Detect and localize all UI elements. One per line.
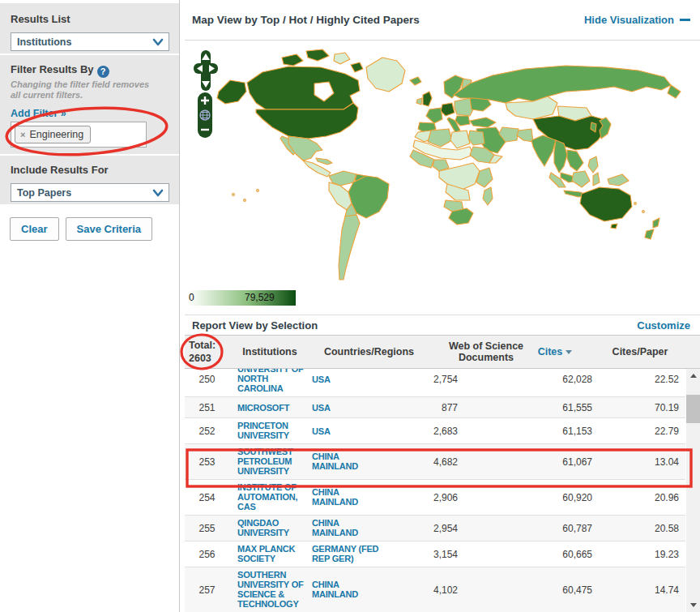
include-results-heading: Include Results For bbox=[11, 164, 169, 176]
table-row[interactable]: 256 MAX PLANCK SOCIETY GERMANY (FED REP … bbox=[185, 541, 685, 567]
country-link[interactable]: GERMANY (FED REP GER) bbox=[312, 544, 386, 563]
rank-cell: 253 bbox=[185, 456, 229, 468]
table-row[interactable]: 254 INSTITUTE OF AUTOMATION, CAS CHINA M… bbox=[185, 480, 685, 516]
results-list-value: Institutions bbox=[17, 36, 71, 48]
country-link[interactable]: CHINA MAINLAND bbox=[312, 452, 386, 471]
table-row[interactable]: 257 SOUTHERN UNIVERSITY OF SCIENCE & TEC… bbox=[185, 567, 685, 612]
remove-filter-icon[interactable]: × bbox=[20, 131, 25, 139]
filter-results-heading: Filter Results By bbox=[11, 63, 94, 75]
results-list-dropdown[interactable]: Institutions bbox=[11, 32, 169, 51]
column-header-documents[interactable]: Web of Science Documents bbox=[438, 336, 535, 368]
cites-cell: 60,475 bbox=[470, 584, 600, 596]
column-header-countries[interactable]: Countries/Regions bbox=[314, 336, 424, 368]
filter-tag-label: Engineering bbox=[29, 129, 83, 140]
column-header-institutions[interactable]: Institutions bbox=[229, 336, 310, 368]
rank-cell: 250 bbox=[185, 374, 229, 385]
save-criteria-button[interactable]: Save Criteria bbox=[66, 217, 153, 241]
web-of-science-documents-cell: 2,954 bbox=[387, 523, 470, 534]
world-map[interactable] bbox=[185, 45, 700, 288]
results-list-section: Results List Institutions bbox=[0, 3, 179, 55]
country-shapes bbox=[217, 49, 681, 280]
map-view-title: Map View by Top / Hot / Highly Cited Pap… bbox=[192, 14, 420, 26]
include-results-value: Top Papers bbox=[17, 187, 71, 199]
column-header-cites-per-paper[interactable]: Cites/Paper bbox=[600, 336, 681, 368]
institution-link[interactable]: MAX PLANCK SOCIETY bbox=[237, 544, 306, 563]
table-row[interactable]: 250 UNIVERSITY OF NORTH CAROLINA USA 2,7… bbox=[185, 369, 685, 397]
total-value: 2603 bbox=[189, 352, 216, 365]
chevron-down-icon bbox=[152, 187, 164, 202]
map-zoom-control[interactable] bbox=[198, 92, 212, 138]
scroll-down-icon bbox=[690, 603, 697, 607]
map-view-header: Map View by Top / Hot / Highly Cited Pap… bbox=[185, 0, 700, 41]
web-of-science-documents-cell: 877 bbox=[387, 402, 470, 413]
esi-results-page: Results List Institutions Filter Results… bbox=[0, 0, 700, 612]
institution-link[interactable]: PRINCETON UNIVERSITY bbox=[237, 421, 306, 440]
include-results-dropdown[interactable]: Top Papers bbox=[11, 183, 169, 202]
rank-cell: 252 bbox=[185, 426, 229, 437]
table-scrollbar[interactable] bbox=[686, 369, 700, 612]
include-results-section: Include Results For Top Papers bbox=[0, 156, 179, 206]
hide-visualization-label: Hide Visualization bbox=[584, 14, 674, 26]
cites-cell: 62,028 bbox=[470, 374, 600, 385]
country-link[interactable]: CHINA MAINLAND bbox=[312, 580, 386, 599]
rank-cell: 254 bbox=[185, 492, 229, 503]
sidebar: Results List Institutions Filter Results… bbox=[0, 0, 180, 612]
clear-button[interactable]: Clear bbox=[10, 217, 59, 241]
sort-descending-icon bbox=[566, 350, 572, 354]
sidebar-buttons: Clear Save Criteria bbox=[0, 206, 179, 252]
table-row[interactable]: 252 PRINCETON UNIVERSITY USA 2,683 61,15… bbox=[185, 418, 685, 444]
map-pan-control[interactable] bbox=[194, 50, 218, 91]
scroll-up-button[interactable] bbox=[686, 369, 700, 383]
filter-input-box[interactable]: × Engineering bbox=[11, 122, 147, 148]
table-body-viewport: 250 UNIVERSITY OF NORTH CAROLINA USA 2,7… bbox=[185, 369, 685, 612]
institution-link[interactable]: UNIVERSITY OF NORTH CAROLINA bbox=[237, 369, 306, 393]
cites-cell: 60,665 bbox=[470, 549, 600, 560]
institution-link[interactable]: MICROSOFT bbox=[237, 403, 289, 413]
web-of-science-documents-cell: 2,683 bbox=[387, 426, 470, 437]
web-of-science-documents-cell: 3,154 bbox=[387, 549, 470, 560]
cites-per-paper-cell: 19.23 bbox=[600, 549, 685, 560]
customize-link[interactable]: Customize bbox=[637, 319, 690, 332]
scroll-up-icon bbox=[690, 374, 697, 378]
cites-cell: 60,787 bbox=[470, 523, 600, 534]
country-link[interactable]: USA bbox=[312, 374, 331, 384]
scrollbar-thumb[interactable] bbox=[686, 395, 700, 423]
scroll-down-button[interactable] bbox=[686, 598, 700, 612]
rank-cell: 251 bbox=[185, 402, 229, 413]
web-of-science-documents-cell: 2,754 bbox=[387, 374, 470, 385]
table-row[interactable]: 253 SOUTHWEST PETROLEUM UNIVERSITY CHINA… bbox=[185, 444, 685, 480]
web-of-science-documents-cell: 4,682 bbox=[387, 456, 470, 468]
help-icon[interactable]: ? bbox=[97, 66, 109, 78]
country-link[interactable]: USA bbox=[312, 426, 331, 436]
legend-min-label: 0 bbox=[189, 292, 194, 303]
add-filter-link[interactable]: Add Filter » bbox=[11, 108, 66, 119]
cites-cell: 61,555 bbox=[470, 402, 600, 413]
filter-tag-engineering[interactable]: × Engineering bbox=[15, 126, 91, 143]
institution-link[interactable]: SOUTHWEST PETROLEUM UNIVERSITY bbox=[237, 447, 306, 476]
cites-per-paper-cell: 70.19 bbox=[600, 402, 685, 413]
table-row[interactable]: 255 QINGDAO UNIVERSITY CHINA MAINLAND 2,… bbox=[185, 516, 685, 541]
filter-note: Changing the filter field removes all cu… bbox=[11, 79, 160, 101]
country-link[interactable]: CHINA MAINLAND bbox=[312, 518, 386, 537]
table-row[interactable]: 251 MICROSOFT USA 877 61,555 70.19 bbox=[185, 397, 685, 418]
institution-link[interactable]: QINGDAO UNIVERSITY bbox=[237, 518, 306, 537]
column-header-cites[interactable]: Cites bbox=[523, 336, 587, 368]
cites-per-paper-cell: 20.58 bbox=[600, 523, 685, 534]
country-link[interactable]: USA bbox=[312, 403, 331, 413]
report-view-title: Report View by Selection bbox=[192, 319, 318, 332]
legend-max-label: 79,529 bbox=[245, 292, 275, 303]
report-view-header: Report View by Selection Customize bbox=[185, 315, 700, 335]
cites-cell: 61,067 bbox=[470, 456, 600, 468]
total-count: Total: 2603 bbox=[189, 339, 216, 365]
institution-link[interactable]: SOUTHERN UNIVERSITY OF SCIENCE & TECHNOL… bbox=[237, 570, 306, 609]
institution-link[interactable]: INSTITUTE OF AUTOMATION, CAS bbox=[237, 482, 306, 511]
total-label: Total: bbox=[189, 339, 216, 352]
web-of-science-documents-cell: 2,906 bbox=[387, 492, 470, 503]
filter-results-section: Filter Results By? Changing the filter f… bbox=[0, 55, 179, 156]
rank-cell: 256 bbox=[185, 549, 229, 560]
country-link[interactable]: CHINA MAINLAND bbox=[312, 487, 386, 507]
map-color-legend: 0 79,529 bbox=[187, 290, 296, 306]
cites-cell: 60,920 bbox=[470, 492, 600, 503]
cites-per-paper-cell: 20.96 bbox=[600, 492, 685, 503]
hide-visualization-link[interactable]: Hide Visualization bbox=[584, 14, 690, 26]
